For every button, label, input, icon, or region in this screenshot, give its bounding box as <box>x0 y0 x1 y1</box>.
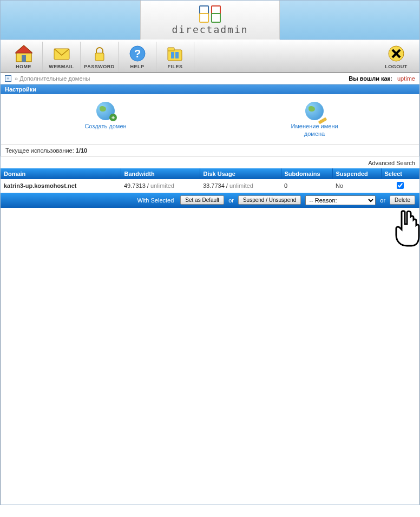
logo-icon <box>199 5 221 23</box>
svg-rect-4 <box>95 53 104 61</box>
header-banner: directadmin <box>1 1 419 40</box>
logged-as-user[interactable]: uptime <box>397 75 415 82</box>
section-title: Настройки <box>1 84 419 94</box>
col-domain[interactable]: Domain <box>1 168 121 179</box>
help-icon: ? <box>128 44 147 63</box>
col-suspended[interactable]: Suspended <box>332 168 381 179</box>
reason-select[interactable]: -- Reason: <box>305 195 376 205</box>
password-icon <box>90 44 109 63</box>
cell-disk: 33.7734 / unlimited <box>200 179 281 193</box>
home-button[interactable]: HOME <box>5 42 43 72</box>
actions-row: + Создать домен Именение именидомена <box>1 94 419 145</box>
set-default-button[interactable]: Set as Default <box>180 195 224 205</box>
col-subdomains[interactable]: Subdomains <box>281 168 332 179</box>
globe-add-icon: + <box>96 102 115 120</box>
files-icon <box>166 44 185 63</box>
cell-select <box>381 179 419 193</box>
or-label-1: or <box>228 197 234 204</box>
svg-rect-10 <box>175 52 179 58</box>
with-selected-row: With Selected Set as Default or Suspend … <box>1 193 419 208</box>
breadcrumb-bar: + » Дополнительные домены Вы вошли как: … <box>1 73 419 84</box>
cell-suspended: No <box>332 179 381 193</box>
svg-rect-7 <box>168 50 182 61</box>
table-header-row: Domain Bandwidth Disk Usage Subdomains S… <box>1 168 419 179</box>
col-select[interactable]: Select <box>381 168 419 179</box>
help-label: HELP <box>130 64 144 69</box>
usage-label: Текущее использование: <box>5 147 76 154</box>
cell-bandwidth: 49.7313 / unlimited <box>121 179 200 193</box>
svg-text:?: ? <box>134 48 140 60</box>
webmail-icon <box>52 44 71 63</box>
col-disk[interactable]: Disk Usage <box>200 168 281 179</box>
table-row: katrin3-up.kosmohost.net 49.7313 / unlim… <box>1 179 419 193</box>
breadcrumb-page: Дополнительные домены <box>19 75 90 82</box>
domain-table: Domain Bandwidth Disk Usage Subdomains S… <box>1 168 419 193</box>
delete-button[interactable]: Delete <box>390 195 415 205</box>
usage-value: 1/10 <box>76 147 87 154</box>
logged-as-label: Вы вошли как: <box>349 75 392 82</box>
col-bandwidth[interactable]: Bandwidth <box>121 168 200 179</box>
home-icon <box>14 44 34 63</box>
logo-text: directadmin <box>172 24 248 35</box>
svg-rect-8 <box>168 48 174 51</box>
files-button[interactable]: FILES <box>156 42 194 72</box>
home-label: HOME <box>16 64 31 69</box>
svg-marker-1 <box>15 45 32 53</box>
webmail-button[interactable]: WEBMAIL <box>43 42 81 72</box>
create-domain-label: Создать домен <box>84 122 126 130</box>
advanced-search-link[interactable]: Advanced Search <box>368 160 415 166</box>
logo: directadmin <box>140 1 280 40</box>
toolbar: HOME WEBMAIL PASSWORD ? HELP FILES LOGOU… <box>1 40 419 73</box>
advanced-search-row: Advanced Search <box>1 156 419 168</box>
cell-domain[interactable]: katrin3-up.kosmohost.net <box>1 179 121 193</box>
help-button[interactable]: ? HELP <box>119 42 156 72</box>
webmail-label: WEBMAIL <box>49 64 74 69</box>
logout-icon <box>386 44 406 63</box>
with-selected-label: With Selected <box>137 197 174 204</box>
svg-rect-2 <box>22 55 26 62</box>
cell-subdomains: 0 <box>281 179 332 193</box>
create-domain-button[interactable]: + Создать домен <box>1 102 210 138</box>
files-label: FILES <box>167 64 182 69</box>
logout-label: LOGOUT <box>385 64 408 69</box>
tree-toggle-icon[interactable]: + <box>5 75 11 82</box>
suspend-button[interactable]: Suspend / Unsuspend <box>238 195 301 205</box>
usage-bar: Текущее использование: 1/10 <box>1 145 419 156</box>
rename-domain-button[interactable]: Именение именидомена <box>210 102 419 138</box>
globe-edit-icon <box>305 102 324 120</box>
svg-rect-9 <box>171 52 174 58</box>
rename-domain-label: Именение именидомена <box>291 122 338 138</box>
logout-button[interactable]: LOGOUT <box>377 42 415 72</box>
row-checkbox[interactable] <box>397 182 404 189</box>
password-button[interactable]: PASSWORD <box>81 42 119 72</box>
or-label-2: or <box>380 197 385 204</box>
password-label: PASSWORD <box>84 64 114 69</box>
